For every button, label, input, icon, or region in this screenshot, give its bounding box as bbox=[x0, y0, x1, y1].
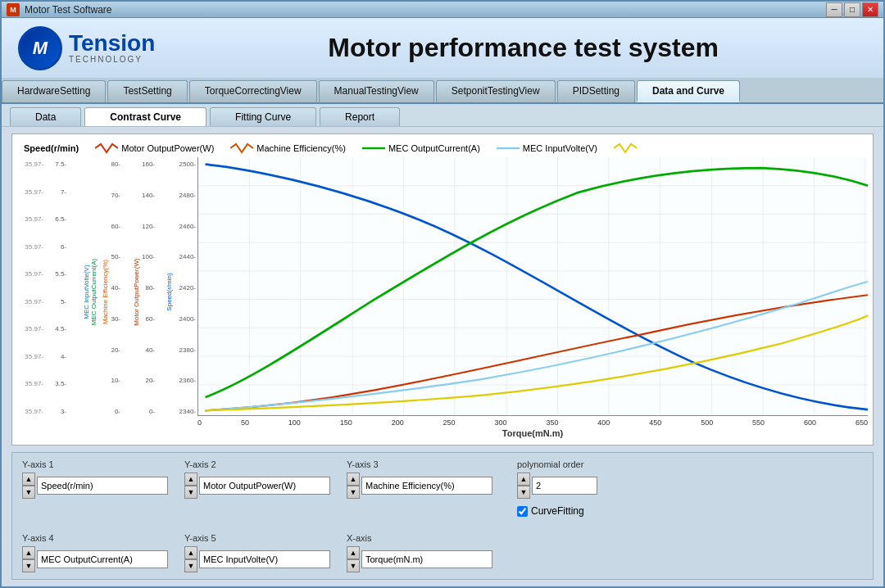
sub-tabs: Data Contrast Curve Fitting Curve Report bbox=[2, 104, 883, 127]
subtab-fitting[interactable]: Fitting Curve bbox=[210, 107, 316, 126]
xaxis-select-row: ▲ ▼ bbox=[347, 546, 492, 572]
bottom-row2: Y-axis 4 ▲ ▼ Y-axis 5 bbox=[22, 533, 492, 572]
yaxis1-stepper: ▲ ▼ bbox=[22, 473, 35, 499]
polynomial-input[interactable] bbox=[532, 477, 597, 495]
logo-letter: M bbox=[33, 38, 48, 59]
yaxis5-down[interactable]: ▼ bbox=[184, 559, 197, 572]
legend-input-volte-label: MEC InputVolte(V) bbox=[523, 143, 597, 153]
legend: Speed(r/min) Motor OutputPower(W) Machin… bbox=[17, 139, 868, 157]
xaxis-up[interactable]: ▲ bbox=[347, 546, 360, 559]
minimize-button[interactable]: ─ bbox=[826, 2, 842, 17]
maximize-button[interactable]: □ bbox=[844, 2, 860, 17]
yaxis5-stepper: ▲ ▼ bbox=[184, 546, 197, 572]
xaxis-group: X-axis ▲ ▼ bbox=[347, 533, 492, 572]
curve-fitting-row: CurveFitting bbox=[517, 505, 597, 517]
x-axis-title: Torque(mN.m) bbox=[197, 427, 868, 440]
legend-output-power-label: Motor OutputPower(W) bbox=[121, 143, 214, 153]
yaxis1-down[interactable]: ▼ bbox=[22, 486, 35, 499]
polynomial-down[interactable]: ▼ bbox=[517, 486, 530, 499]
app-icon: M bbox=[7, 3, 20, 16]
yaxis4-stepper: ▲ ▼ bbox=[22, 546, 35, 572]
y-axis-rotated-labels: MEC InputVolte(V) bbox=[68, 161, 79, 415]
main-window: M Motor Test Software ─ □ ✕ M Tension TE… bbox=[0, 0, 885, 588]
window-title: Motor Test Software bbox=[25, 4, 826, 16]
subtab-report[interactable]: Report bbox=[320, 107, 400, 126]
legend-output-current: MEC OutputCurrent(A) bbox=[362, 143, 480, 153]
chart-plot bbox=[197, 157, 868, 416]
chart-plot-area: 0 50 100 150 200 250 300 350 400 450 500… bbox=[197, 157, 868, 440]
yaxis3-up[interactable]: ▲ bbox=[347, 473, 360, 486]
y-axis-col2: 7.5- 7- 6.5- 6- 5.5- 5- 4.5- 4- 3.5- 3- bbox=[45, 161, 68, 415]
legend-efficiency: Machine Efficiency(%) bbox=[230, 142, 346, 154]
polynomial-stepper: ▲ ▼ bbox=[517, 473, 530, 499]
subtab-contrast[interactable]: Contrast Curve bbox=[84, 107, 206, 126]
polynomial-up[interactable]: ▲ bbox=[517, 473, 530, 486]
yaxis3-label: Y-axis 3 bbox=[347, 459, 492, 469]
yaxis3-stepper: ▲ ▼ bbox=[347, 473, 360, 499]
tab-hardware[interactable]: HardwareSetting bbox=[2, 80, 106, 102]
y-axis-group: 35.97- 35.97- 35.97- 35.97- 35.97- 35.97… bbox=[17, 157, 197, 440]
yaxis5-select-row: ▲ ▼ bbox=[184, 546, 330, 572]
yaxis2-up[interactable]: ▲ bbox=[184, 473, 197, 486]
yaxis2-select-row: ▲ ▼ bbox=[184, 473, 330, 499]
yaxis4-down[interactable]: ▼ bbox=[22, 559, 35, 572]
polynomial-group: polynomial order ▲ ▼ CurveFitting bbox=[517, 459, 597, 517]
bottom-controls: Y-axis 1 ▲ ▼ Y-axis 2 ▲ ▼ bbox=[11, 452, 874, 580]
header: M Tension TECHNOLOGY Motor performance t… bbox=[2, 18, 883, 79]
y-axis-col1: 35.97- 35.97- 35.97- 35.97- 35.97- 35.97… bbox=[17, 161, 45, 415]
yaxis3-group: Y-axis 3 ▲ ▼ bbox=[347, 459, 492, 499]
xaxis-input[interactable] bbox=[361, 550, 492, 568]
polynomial-label: polynomial order bbox=[517, 459, 597, 469]
legend-speed-label: Speed(r/min) bbox=[24, 143, 79, 153]
yaxis5-input[interactable] bbox=[199, 550, 330, 568]
yaxis5-label: Y-axis 5 bbox=[184, 533, 330, 543]
legend-output-current-label: MEC OutputCurrent(A) bbox=[388, 143, 480, 153]
yaxis4-group: Y-axis 4 ▲ ▼ bbox=[22, 533, 168, 572]
yaxis5-up[interactable]: ▲ bbox=[184, 546, 197, 559]
legend-output-power: Motor OutputPower(W) bbox=[95, 142, 214, 154]
yaxis5-group: Y-axis 5 ▲ ▼ bbox=[184, 533, 330, 572]
tab-torque[interactable]: TorqueCorrectingView bbox=[189, 80, 317, 102]
legend-input-volte: MEC InputVolte(V) bbox=[497, 143, 597, 153]
yaxis1-input[interactable] bbox=[37, 477, 168, 495]
polynomial-input-row: ▲ ▼ bbox=[517, 473, 597, 499]
brand-subtitle: TECHNOLOGY bbox=[69, 55, 155, 64]
curve-fitting-checkbox[interactable] bbox=[517, 506, 528, 517]
yaxis3-input[interactable] bbox=[361, 477, 492, 495]
yaxis2-input[interactable] bbox=[199, 477, 330, 495]
tab-data-curve[interactable]: Data and Curve bbox=[637, 80, 740, 102]
yaxis1-select-row: ▲ ▼ bbox=[22, 473, 168, 499]
tab-manual[interactable]: ManualTestingView bbox=[319, 80, 434, 102]
close-button[interactable]: ✕ bbox=[862, 2, 878, 17]
brand-name: Tension bbox=[69, 32, 155, 55]
tab-pid[interactable]: PIDSetting bbox=[557, 80, 635, 102]
yaxis4-up[interactable]: ▲ bbox=[22, 546, 35, 559]
yaxis4-input[interactable] bbox=[37, 550, 168, 568]
curve-fitting-label: CurveFitting bbox=[531, 505, 584, 517]
app-title: Motor performance test system bbox=[179, 33, 867, 63]
yaxis3-down[interactable]: ▼ bbox=[347, 486, 360, 499]
logo-circle: M bbox=[18, 26, 62, 70]
main-tabs: HardwareSetting TestSetting TorqueCorrec… bbox=[2, 79, 883, 104]
tab-setpoint[interactable]: SetponitTestingView bbox=[436, 80, 556, 102]
legend-unknown bbox=[614, 142, 637, 154]
legend-efficiency-label: Machine Efficiency(%) bbox=[256, 143, 346, 153]
xaxis-down[interactable]: ▼ bbox=[347, 559, 360, 572]
chart-svg bbox=[198, 157, 868, 415]
window-controls: ─ □ ✕ bbox=[826, 2, 878, 17]
xaxis-stepper: ▲ ▼ bbox=[347, 546, 360, 572]
main-content: Speed(r/min) Motor OutputPower(W) Machin… bbox=[2, 127, 883, 586]
yaxis2-down[interactable]: ▼ bbox=[184, 486, 197, 499]
chart-wrapper: 35.97- 35.97- 35.97- 35.97- 35.97- 35.97… bbox=[17, 157, 868, 440]
yaxis2-group: Y-axis 2 ▲ ▼ bbox=[184, 459, 330, 499]
yaxis3-select-row: ▲ ▼ bbox=[347, 473, 492, 499]
logo-text: Tension TECHNOLOGY bbox=[69, 32, 155, 64]
yaxis2-stepper: ▲ ▼ bbox=[184, 473, 197, 499]
yaxis1-up[interactable]: ▲ bbox=[22, 473, 35, 486]
subtab-data[interactable]: Data bbox=[10, 107, 81, 126]
yaxis1-label: Y-axis 1 bbox=[22, 459, 168, 469]
tab-test[interactable]: TestSetting bbox=[107, 80, 187, 102]
yaxis4-select-row: ▲ ▼ bbox=[22, 546, 168, 572]
xaxis-label: X-axis bbox=[347, 533, 492, 543]
bottom-row2-inner: Y-axis 4 ▲ ▼ Y-axis 5 bbox=[22, 533, 492, 572]
